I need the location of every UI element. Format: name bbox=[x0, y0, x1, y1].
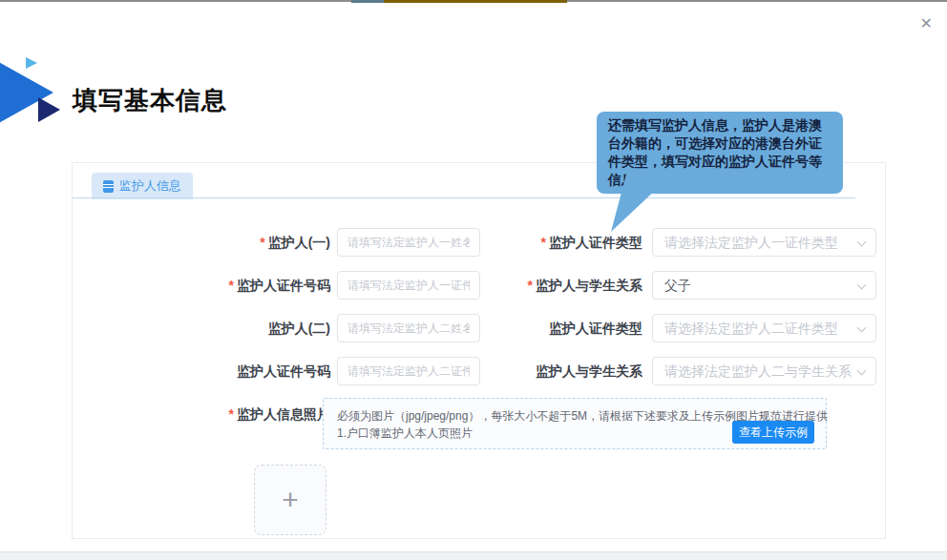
bottom-strip bbox=[0, 551, 947, 560]
chevron-down-icon bbox=[857, 323, 867, 333]
triangle-decoration-light-blue bbox=[26, 57, 37, 69]
page-title: 填写基本信息 bbox=[73, 84, 227, 117]
required-marker: * bbox=[229, 278, 234, 293]
view-upload-sample-button[interactable]: 查看上传示例 bbox=[732, 421, 814, 444]
guardian1-name-label: *监护人(一) bbox=[73, 228, 330, 257]
required-marker: * bbox=[260, 235, 264, 250]
chevron-down-icon bbox=[857, 280, 867, 290]
chevron-down-icon bbox=[857, 238, 867, 247]
modal-dialog: ✕ 填写基本信息 还需填写监护人信息，监护人是港澳台外籍的，可选择对应的港澳台外… bbox=[0, 0, 947, 560]
required-marker: * bbox=[528, 278, 533, 293]
guardian2-id-type-select[interactable]: 请选择法定监护人二证件类型 bbox=[652, 314, 876, 342]
top-edge-gold-segment bbox=[384, 0, 567, 3]
guardian2-relation-select[interactable]: 请选择法定监护人二与学生关系 bbox=[652, 357, 876, 385]
guardian1-relation-label: *监护人与学生关系 bbox=[364, 271, 642, 300]
plus-icon: + bbox=[282, 486, 299, 514]
tab-label: 监护人信息 bbox=[119, 177, 181, 195]
guardian2-relation-label: 监护人与学生关系 bbox=[364, 357, 642, 385]
guardian2-id-type-label: 监护人证件类型 bbox=[364, 314, 642, 342]
tab-divider bbox=[73, 197, 855, 198]
guardian1-id-type-label: *监护人证件类型 bbox=[364, 228, 642, 257]
required-marker: * bbox=[541, 235, 546, 250]
guardian-info-panel: 监护人信息 *监护人(一) *监护人证件类型 请选择法定监护人一证件类型 *监护… bbox=[72, 162, 886, 539]
photo-upload-dropzone[interactable]: + bbox=[254, 465, 326, 535]
triangle-decoration-navy bbox=[38, 97, 60, 122]
photo-instructions-box: 必须为图片（jpg/jpeg/png），每张大小不超于5M，请根据下述要求及上传… bbox=[323, 398, 827, 449]
guardian1-id-number-label: *监护人证件号码 bbox=[73, 271, 330, 300]
guardian2-id-number-label: 监护人证件号码 bbox=[73, 357, 330, 385]
guardian1-id-type-select[interactable]: 请选择法定监护人一证件类型 bbox=[652, 228, 876, 257]
chevron-down-icon bbox=[857, 366, 867, 376]
document-icon bbox=[103, 180, 114, 193]
guardian1-relation-select[interactable]: 父子 bbox=[652, 271, 876, 300]
required-marker: * bbox=[229, 406, 234, 422]
tab-guardian-info[interactable]: 监护人信息 bbox=[92, 173, 193, 199]
guardian2-name-label: 监护人(二) bbox=[73, 314, 330, 342]
top-edge-slate-segment bbox=[351, 0, 384, 3]
close-icon[interactable]: ✕ bbox=[920, 16, 933, 31]
guardian-photo-label: *监护人信息照片 bbox=[73, 400, 330, 428]
